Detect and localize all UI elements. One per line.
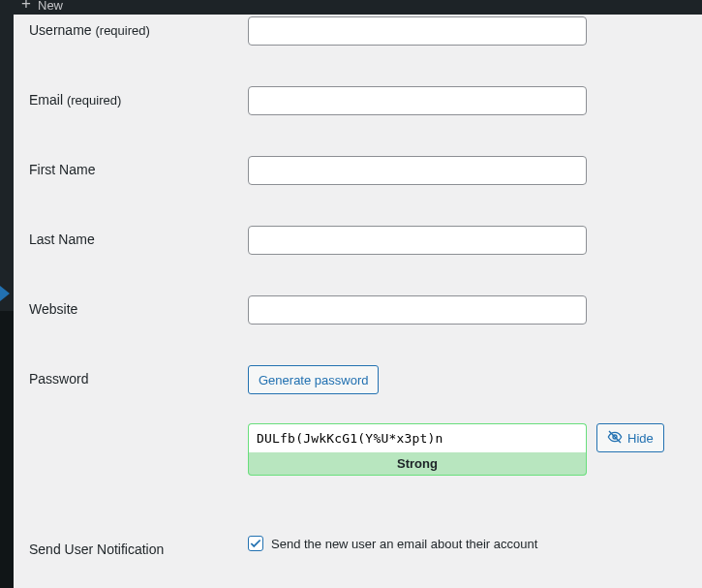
website-input[interactable]: [248, 295, 587, 325]
username-input[interactable]: [248, 16, 587, 46]
topbar-new-link[interactable]: New: [38, 0, 63, 13]
send-notification-checkbox[interactable]: [248, 536, 263, 551]
send-notification-label: Send User Notification: [29, 536, 248, 557]
send-notification-description: Send the new user an email about their a…: [271, 537, 537, 551]
first-name-label: First Name: [29, 156, 248, 177]
email-label: Email (required): [29, 86, 248, 108]
password-label: Password: [29, 365, 248, 387]
last-name-label: Last Name: [29, 226, 248, 247]
checkmark-icon: [249, 537, 262, 550]
last-name-input[interactable]: [248, 226, 587, 255]
website-label: Website: [29, 295, 248, 317]
hide-password-button[interactable]: Hide: [596, 423, 664, 452]
generate-password-button[interactable]: Generate password: [248, 365, 379, 394]
eye-slash-icon: [607, 429, 623, 448]
email-input[interactable]: [248, 86, 587, 115]
first-name-input[interactable]: [248, 156, 587, 185]
username-label: Username (required): [29, 16, 248, 38]
sidebar-collapse-region: [0, 311, 14, 588]
admin-sidebar-sliver: [0, 15, 14, 588]
sidebar-active-pointer-icon: [0, 286, 10, 301]
hide-button-label: Hide: [627, 431, 654, 446]
plus-icon: +: [21, 0, 31, 12]
admin-topbar: + New: [0, 0, 702, 15]
add-user-form: Username (required) Email (required) Fir…: [14, 15, 702, 588]
password-input[interactable]: [248, 423, 587, 452]
password-strength-meter: Strong: [248, 452, 587, 476]
